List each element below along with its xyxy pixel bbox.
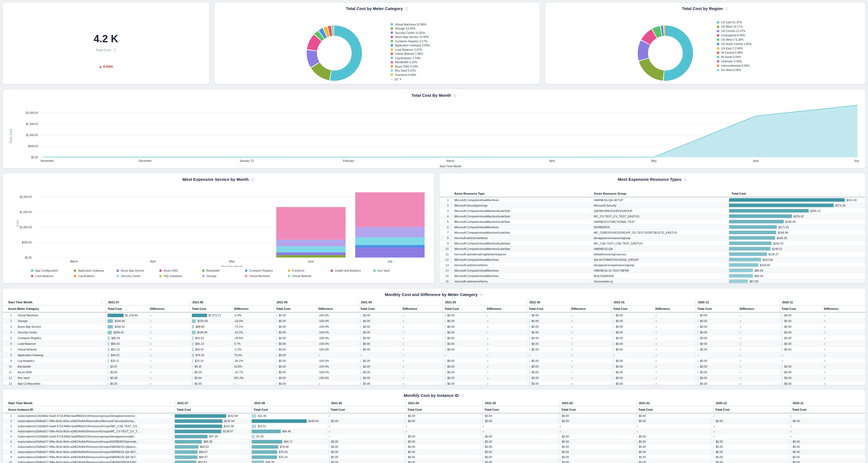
legend-item[interactable]: US North Central 1.82% [717,42,831,46]
table-row[interactable]: 5Microsoft.Compute/virtualMachineScaleSe… [439,219,865,225]
info-icon[interactable]: ⓘ [725,7,728,11]
table-row[interactable]: 3/subscriptions/12d2db62-5aa9-471d-84bb-… [3,424,865,429]
table-row[interactable]: 2Microsoft.Security/pricingsMicrosoft.Se… [439,203,865,208]
legend-item[interactable]: EU West 0.00% [717,68,831,72]
info-icon[interactable]: ⓘ [684,178,687,182]
table-row[interactable]: 9Log Analytics$33.11ø$23.14-30.1%$0.00-1… [3,358,865,364]
legend-item[interactable]: Bandwidth 0.19% [391,60,504,64]
month-group-header[interactable]: 2021-07 [175,400,252,406]
prev-months-icon[interactable]: ‹ [101,300,102,304]
table-row[interactable]: 10/subscriptions/20d6a917-99fa-4b1b-9b2e… [3,460,865,463]
difference-header[interactable]: Difference [738,306,780,312]
difference-header[interactable]: Difference [653,306,695,312]
row-dimension-header[interactable]: Azure Meter Category [3,307,106,310]
table-row[interactable]: 13App Configuration$0.00ø$0.00ø$0.00ø$0.… [3,381,865,385]
month-group-header[interactable]: 2021-02 [527,299,611,305]
legend-item[interactable]: Load Balancer [31,273,74,279]
legend-item[interactable]: Security Center [117,273,159,279]
legend-item[interactable]: Virtual Machines [245,273,288,279]
table-row[interactable]: 3Microsoft.Compute/virtualMachineScaleSe… [439,208,865,213]
legend-item[interactable]: Container Registry 3.17% [391,39,504,44]
table-row[interactable]: 1Microsoft.Compute/virtualMachinesHARNES… [439,197,865,203]
legend-item[interactable]: Azure App Service 10.00% [391,35,504,39]
legend-item[interactable]: Key Vault [373,268,416,273]
legend-item[interactable]: Azure App Service [117,268,159,273]
total-cost-by-month-area-chart[interactable]: $0.00$500.00$1,000.00$1,500.00$2,000.00N… [3,99,865,168]
month-group-header[interactable]: 2021-07 [106,299,190,305]
info-icon[interactable]: ⓘ [251,178,254,182]
legend-item[interactable]: Key Vault 0.02% [391,68,504,73]
legend-item[interactable]: US West 2 5.18% [717,37,831,42]
legend-item[interactable]: Application Gateway [74,268,117,273]
legend-item[interactable]: Application Gateway 3.00% [391,44,504,48]
legend-item[interactable]: IN South 0.04% [717,55,831,59]
legend-item[interactable]: US Central 12.47% [717,29,831,33]
legend-item[interactable]: Insight and Analytics [331,268,373,273]
pager-down-icon[interactable]: ▼ [399,78,402,81]
month-group-header[interactable]: 2021-06 [190,299,274,305]
legend-item[interactable]: Azure DNS 0.03% [391,64,504,68]
legend-item[interactable]: Virtual Machines 52.88% [391,22,504,27]
total-cost-header[interactable]: Total Cost⌄ [106,306,148,312]
legend-item[interactable]: Storage [202,273,245,279]
difference-header[interactable]: Difference [316,306,359,312]
month-group-header[interactable]: 2021-06 [252,400,329,406]
row-dimension-header[interactable]: Azure Instance ID [3,408,175,411]
table-row[interactable]: 7Virtual Network$52.13ø$50.97-2.2%$0.00-… [3,347,865,352]
table-row[interactable]: 5Container Registry$80.36ø$52.53-34.6%$0… [3,335,865,341]
legend-item[interactable]: US East 2 0.94% [717,46,831,51]
total-cost-header[interactable]: Total Cost [560,406,637,413]
legend-item[interactable]: Intercontinental 0.00% [717,63,831,68]
sort-chevron-icon[interactable]: ⌄ [859,192,861,196]
table-row[interactable]: 8microsoft.web/serverfarmsdevappservicer… [439,235,865,241]
table-row[interactable]: 2Storage$336.85ø$225.59-33.0%$0.00-100.0… [3,318,865,324]
info-icon[interactable]: ⓘ [480,293,483,297]
table-row[interactable]: 4Security Center$256.42ø$196.90-23.2%$0.… [3,329,865,335]
total-cost-header[interactable]: Total Cost [483,406,560,413]
legend-item[interactable]: Container Registry [245,268,288,273]
legend-item[interactable]: Bandwidth [202,268,245,273]
legend-item[interactable]: Functions 0.00% [391,73,504,76]
legend-item[interactable]: Virtual Network 2.46% [391,52,504,56]
total-cost-header[interactable]: Total Cost [696,306,738,312]
table-row[interactable]: 1/subscriptions/12d2db62-5aa9-471d-84bb-… [3,413,865,418]
month-group-header[interactable]: 2021-05 [274,299,359,305]
table-row[interactable]: 2/subscriptions/20d6a917-99fa-4b1b-9b2e-… [3,418,865,424]
service-by-month-stacked-chart[interactable]: $0.00$500.00$1,000.00$1,500.00$2,000.00M… [3,183,434,267]
table-row[interactable]: 10Microsoft.Compute/virtualMachineScaleS… [439,246,865,252]
info-icon[interactable]: ⓘ [453,94,457,97]
total-cost-header[interactable]: Total Cost [637,406,714,413]
table-row[interactable]: 7/subscriptions/20d6a917-99fa-4b1b-9b2e-… [3,444,865,450]
difference-header[interactable]: Difference [569,306,611,312]
table-row[interactable]: 7Microsoft.Compute/virtualMachineScaleSe… [439,230,865,235]
table-row[interactable]: 9/subscriptions/20d6a917-99fa-4b1b-9b2e-… [3,455,865,460]
legend-item[interactable]: SQL Database [159,273,202,279]
info-icon[interactable]: ⓘ [405,7,408,11]
legend-item[interactable]: US West 19.17% [717,24,831,29]
total-cost-header[interactable]: Total Cost [252,406,329,413]
total-cost-header[interactable]: Total Cost [175,406,252,413]
table-row[interactable]: 6Load Balancer$55.82ø$56.230.7%$0.00-100… [3,341,865,347]
prev-months-icon[interactable]: ‹ [170,401,171,405]
table-row[interactable]: 16microsoft.web/serverfarmsdocexample-rg… [439,279,865,283]
total-cost-header[interactable]: Total Cost [443,306,485,312]
difference-header[interactable]: Difference [401,306,443,312]
total-cost-header[interactable]: Total Cost [329,406,406,413]
legend-item[interactable]: Unknown 0.03% [717,59,831,63]
total-cost-header[interactable]: Total Cost [359,306,401,312]
total-cost-header[interactable]: Total Cost [780,306,822,312]
month-group-header[interactable]: 2021-04 [359,299,443,305]
column-header-resource-type[interactable]: Azure Resource Type [451,192,591,195]
legend-item[interactable]: Functions [288,268,331,273]
table-row[interactable]: 8Application Gateway$46.52ø$79.3570.6%$0… [3,352,865,358]
table-row[interactable]: 6Microsoft.Compute/virtualMachinesKERBER… [439,225,865,230]
table-row[interactable]: 3Azure App Service$330.51ø$88.80-73.1%$0… [3,324,865,329]
month-group-header[interactable]: 2021-01 [611,299,695,305]
legend-item[interactable]: Security Center 10.82% [391,31,504,35]
table-row[interactable]: 6/subscriptions/20d6a917-99fa-4b1b-9b2e-… [3,439,865,444]
legend-item[interactable]: Azure DNS [159,268,202,273]
sort-chevron-icon[interactable]: ⌄ [126,307,128,311]
total-cost-header[interactable]: Total Cost [274,306,316,312]
legend-item[interactable]: Log Analytics 1.34% [391,56,504,60]
month-group-header[interactable]: 2021-03 [483,400,559,406]
